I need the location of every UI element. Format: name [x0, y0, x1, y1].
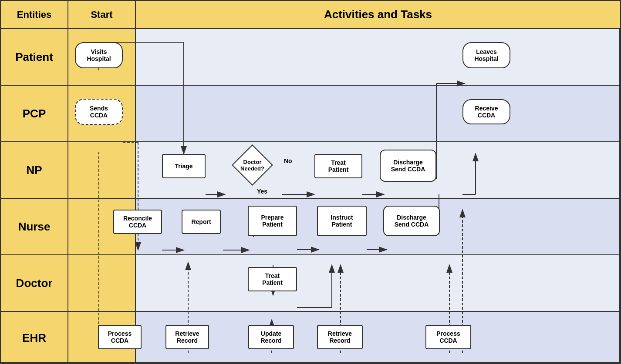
process-ccda-ehr1-label: ProcessCCDA — [108, 330, 132, 344]
retrieve-record-ehr2-shape: RetrieveRecord — [317, 325, 363, 349]
row-doctor — [136, 255, 621, 312]
visits-hospital-label: VisitsHospital — [87, 48, 111, 62]
triage-shape: Triage — [162, 154, 206, 178]
report-label: Report — [191, 218, 211, 225]
patient-label: Patient — [15, 50, 53, 64]
discharge-ccda-nurse-label: DischargeSend CCDA — [395, 214, 429, 228]
doctor-needed-shape: DoctorNeeded? — [223, 144, 282, 186]
retrieve-record-ehr1-label: RetrieveRecord — [175, 330, 199, 344]
doctor-label: Doctor — [16, 277, 53, 290]
entity-nurse: Nurse — [1, 199, 68, 255]
treat-patient-doctor-shape: TreatPatient — [248, 267, 297, 291]
retrieve-record-ehr1-shape: RetrieveRecord — [165, 325, 209, 349]
process-ccda-ehr1-shape: ProcessCCDA — [98, 325, 142, 349]
right-border — [619, 1, 620, 363]
update-record-ehr-shape: UpdateRecord — [248, 325, 294, 349]
sends-ccda-label: SendsCCDA — [90, 105, 108, 119]
discharge-ccda-np-shape: DischargeSend CCDA — [380, 150, 436, 182]
treat-patient-doctor-label: TreatPatient — [262, 272, 283, 286]
header-entities: Entities — [1, 1, 68, 28]
update-record-ehr-label: UpdateRecord — [260, 330, 281, 344]
no-label: No — [284, 157, 292, 164]
ehr-label: EHR — [22, 331, 46, 345]
entity-patient: Patient — [1, 29, 68, 86]
instruct-patient-label: InstructPatient — [331, 214, 353, 228]
doctor-needed-label: DoctorNeeded? — [223, 144, 282, 186]
start-np — [68, 142, 136, 199]
triage-label: Triage — [175, 163, 192, 170]
activities-header-label: Activities and Tasks — [324, 8, 432, 21]
row-patient — [136, 29, 621, 86]
sends-ccda-shape: SendsCCDA — [75, 99, 123, 125]
treat-patient-np-shape: TreatPatient — [314, 154, 362, 178]
report-shape: Report — [182, 210, 221, 234]
prepare-patient-label: PreparePatient — [261, 214, 284, 228]
instruct-patient-shape: InstructPatient — [317, 206, 367, 236]
retrieve-record-ehr2-label: RetrieveRecord — [328, 330, 352, 344]
reconcile-ccda-label: ReconcileCCDA — [123, 215, 152, 229]
discharge-ccda-nurse-shape: DischargeSend CCDA — [383, 206, 440, 236]
process-ccda-ehr2-label: ProcessCCDA — [436, 330, 460, 344]
discharge-ccda-np-label: DischargeSend CCDA — [391, 159, 425, 173]
process-ccda-ehr2-shape: ProcessCCDA — [425, 325, 471, 349]
prepare-patient-shape: PreparePatient — [248, 206, 297, 236]
reconcile-ccda-shape: ReconcileCCDA — [113, 210, 162, 234]
nurse-label: Nurse — [18, 220, 51, 234]
entity-doctor: Doctor — [1, 255, 68, 312]
bottom-border — [1, 362, 620, 363]
header-activities: Activities and Tasks — [136, 1, 620, 28]
np-label: NP — [26, 164, 42, 177]
visits-hospital-shape: VisitsHospital — [75, 42, 123, 68]
header-row: Entities Start Activities and Tasks — [1, 1, 620, 29]
entity-pcp: PCP — [1, 86, 68, 142]
row-np — [136, 142, 621, 199]
treat-patient-np-label: TreatPatient — [328, 159, 349, 173]
entity-np: NP — [1, 142, 68, 199]
entity-ehr: EHR — [1, 312, 68, 364]
row-pcp — [136, 86, 621, 142]
diagram-container: Entities Start Activities and Tasks Pati… — [0, 0, 621, 364]
yes-label: Yes — [257, 188, 267, 195]
entities-header-label: Entities — [17, 9, 51, 20]
leaves-hospital-shape: LeavesHospital — [462, 42, 510, 68]
receive-ccda-shape: ReceiveCCDA — [462, 99, 510, 124]
start-doctor — [68, 255, 136, 312]
pcp-label: PCP — [23, 107, 46, 120]
leaves-hospital-label: LeavesHospital — [474, 48, 498, 62]
receive-ccda-label: ReceiveCCDA — [475, 105, 498, 119]
header-start: Start — [68, 1, 136, 28]
start-header-label: Start — [91, 9, 112, 20]
